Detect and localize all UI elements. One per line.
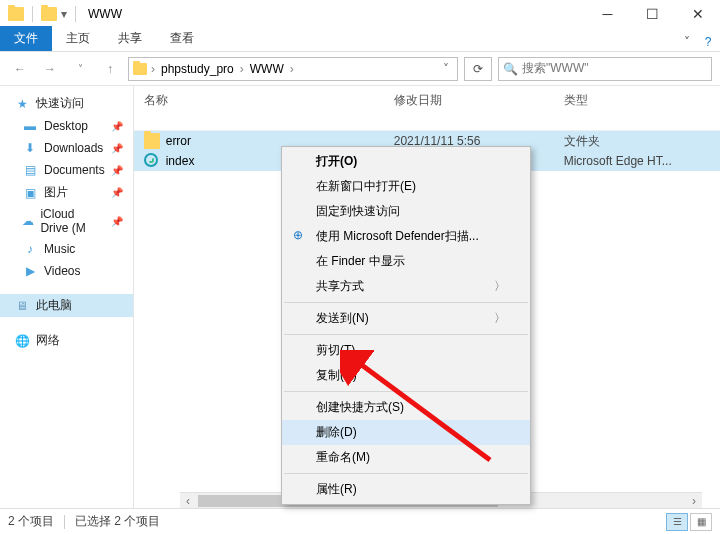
pictures-icon: ▣: [22, 185, 38, 201]
tab-view[interactable]: 查看: [156, 26, 208, 51]
pc-icon: 🖥: [14, 298, 30, 314]
recent-button[interactable]: ˅: [68, 57, 92, 81]
ribbon-collapse-icon[interactable]: ˅: [684, 35, 696, 51]
back-button[interactable]: ←: [8, 57, 32, 81]
address-dropdown-icon[interactable]: ˅: [439, 62, 453, 76]
pin-icon: 📌: [111, 121, 123, 132]
chevron-right-icon: ›: [151, 62, 155, 76]
sidebar-this-pc[interactable]: 🖥此电脑: [0, 294, 133, 317]
breadcrumb[interactable]: WWW: [248, 62, 286, 76]
col-type[interactable]: 类型: [564, 92, 720, 126]
chevron-right-icon: 〉: [494, 278, 506, 295]
quick-access-toolbar: ▾: [8, 6, 82, 22]
star-icon: ★: [14, 96, 30, 112]
address-row: ← → ˅ ↑ › phpstudy_pro › WWW › ˅ ⟳ 🔍 搜索"…: [0, 52, 720, 86]
chevron-right-icon: ›: [240, 62, 244, 76]
status-selected: 已选择 2 个项目: [75, 513, 160, 530]
folder-icon: [8, 7, 24, 21]
menu-delete[interactable]: 删除(D): [282, 420, 530, 445]
sidebar-item-downloads[interactable]: ⬇Downloads📌: [0, 137, 133, 159]
folder-icon: [144, 133, 160, 149]
chevron-right-icon: ›: [290, 62, 294, 76]
tab-file[interactable]: 文件: [0, 26, 52, 51]
menu-divider: [284, 391, 528, 392]
sidebar-item-documents[interactable]: ▤Documents📌: [0, 159, 133, 181]
address-bar[interactable]: › phpstudy_pro › WWW › ˅: [128, 57, 458, 81]
menu-share[interactable]: 共享方式〉: [282, 274, 530, 299]
sidebar-item-pictures[interactable]: ▣图片📌: [0, 181, 133, 204]
column-headers[interactable]: 名称 修改日期 类型 大小: [134, 86, 720, 131]
tab-share[interactable]: 共享: [104, 26, 156, 51]
menu-copy[interactable]: 复制(C): [282, 363, 530, 388]
search-placeholder: 搜索"WWW": [522, 60, 589, 77]
menu-open-new-window[interactable]: 在新窗口中打开(E): [282, 174, 530, 199]
sidebar-quick-access[interactable]: ★快速访问: [0, 92, 133, 115]
view-icons-button[interactable]: ▦: [690, 513, 712, 531]
folder-icon: [133, 63, 147, 75]
breadcrumb[interactable]: phpstudy_pro: [159, 62, 236, 76]
menu-divider: [284, 334, 528, 335]
scroll-right-icon[interactable]: ›: [686, 494, 702, 508]
minimize-button[interactable]: ─: [585, 0, 630, 28]
window-title: WWW: [88, 7, 122, 21]
menu-rename[interactable]: 重命名(M): [282, 445, 530, 470]
sidebar-item-desktop[interactable]: ▬Desktop📌: [0, 115, 133, 137]
refresh-button[interactable]: ⟳: [464, 57, 492, 81]
sidebar-item-videos[interactable]: ▶Videos: [0, 260, 133, 282]
view-details-button[interactable]: ☰: [666, 513, 688, 531]
network-icon: 🌐: [14, 333, 30, 349]
menu-create-shortcut[interactable]: 创建快捷方式(S): [282, 395, 530, 420]
qat-dropdown-icon[interactable]: ▾: [61, 7, 67, 21]
col-date[interactable]: 修改日期: [394, 92, 564, 126]
search-icon: 🔍: [503, 62, 518, 76]
forward-button[interactable]: →: [38, 57, 62, 81]
videos-icon: ▶: [22, 263, 38, 279]
tab-home[interactable]: 主页: [52, 26, 104, 51]
folder-small-icon: [41, 7, 57, 21]
menu-cut[interactable]: 剪切(T): [282, 338, 530, 363]
col-name[interactable]: 名称: [144, 92, 394, 126]
edge-icon: [144, 153, 160, 169]
menu-properties[interactable]: 属性(R): [282, 477, 530, 502]
title-bar: ▾ WWW ─ ☐ ✕: [0, 0, 720, 28]
menu-show-finder[interactable]: 在 Finder 中显示: [282, 249, 530, 274]
desktop-icon: ▬: [22, 118, 38, 134]
menu-pin-quick-access[interactable]: 固定到快速访问: [282, 199, 530, 224]
search-input[interactable]: 🔍 搜索"WWW": [498, 57, 712, 81]
status-bar: 2 个项目 已选择 2 个项目 ☰ ▦: [0, 508, 720, 534]
sidebar-item-music[interactable]: ♪Music: [0, 238, 133, 260]
music-icon: ♪: [22, 241, 38, 257]
menu-open[interactable]: 打开(O): [282, 149, 530, 174]
menu-defender-scan[interactable]: ⊕使用 Microsoft Defender扫描...: [282, 224, 530, 249]
help-button[interactable]: ?: [696, 35, 720, 51]
pin-icon: 📌: [111, 143, 123, 154]
documents-icon: ▤: [22, 162, 38, 178]
cloud-icon: ☁: [22, 213, 34, 229]
downloads-icon: ⬇: [22, 140, 38, 156]
pin-icon: 📌: [111, 187, 123, 198]
maximize-button[interactable]: ☐: [630, 0, 675, 28]
scroll-left-icon[interactable]: ‹: [180, 494, 196, 508]
navigation-pane: ★快速访问 ▬Desktop📌 ⬇Downloads📌 ▤Documents📌 …: [0, 86, 134, 518]
pin-icon: 📌: [111, 165, 123, 176]
sidebar-item-icloud[interactable]: ☁iCloud Drive (M📌: [0, 204, 133, 238]
ribbon-tabs: 文件 主页 共享 查看 ˅ ?: [0, 28, 720, 52]
up-button[interactable]: ↑: [98, 57, 122, 81]
shield-icon: ⊕: [290, 227, 306, 243]
context-menu: 打开(O) 在新窗口中打开(E) 固定到快速访问 ⊕使用 Microsoft D…: [281, 146, 531, 505]
close-button[interactable]: ✕: [675, 0, 720, 28]
chevron-right-icon: 〉: [494, 310, 506, 327]
menu-divider: [284, 473, 528, 474]
menu-send-to[interactable]: 发送到(N)〉: [282, 306, 530, 331]
status-count: 2 个项目: [8, 513, 54, 530]
pin-icon: 📌: [111, 216, 123, 227]
menu-divider: [284, 302, 528, 303]
sidebar-network[interactable]: 🌐网络: [0, 329, 133, 352]
